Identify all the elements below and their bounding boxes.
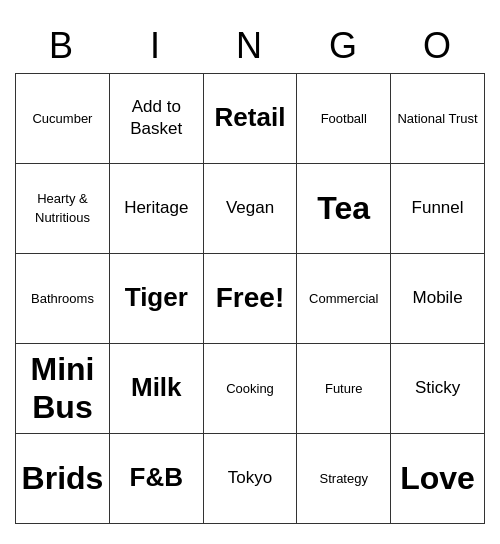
bingo-cell: Future	[297, 343, 391, 433]
bingo-header: BINGO	[15, 21, 485, 71]
cell-text: Love	[400, 460, 475, 496]
bingo-cell: Tiger	[109, 253, 203, 343]
header-letter: O	[391, 21, 485, 71]
bingo-cell: Cucumber	[16, 73, 110, 163]
cell-text: Strategy	[320, 471, 368, 486]
bingo-cell: Bathrooms	[16, 253, 110, 343]
bingo-cell: F&B	[109, 433, 203, 523]
cell-text: Sticky	[415, 378, 460, 397]
bingo-cell: Strategy	[297, 433, 391, 523]
cell-text: F&B	[130, 462, 183, 492]
bingo-cell: Milk	[109, 343, 203, 433]
bingo-cell: Tokyo	[203, 433, 297, 523]
bingo-cell: Cooking	[203, 343, 297, 433]
bingo-grid: CucumberAdd to BasketRetailFootballNatio…	[15, 73, 485, 524]
bingo-cell: National Trust	[391, 73, 485, 163]
bingo-cell: Vegan	[203, 163, 297, 253]
bingo-cell: Retail	[203, 73, 297, 163]
cell-text: National Trust	[397, 111, 477, 126]
header-letter: G	[297, 21, 391, 71]
bingo-cell: Heritage	[109, 163, 203, 253]
bingo-cell: Love	[391, 433, 485, 523]
table-row: BridsF&BTokyoStrategyLove	[16, 433, 485, 523]
cell-text: Retail	[215, 102, 286, 132]
cell-text: Commercial	[309, 291, 378, 306]
bingo-cell: Tea	[297, 163, 391, 253]
cell-text: Vegan	[226, 198, 274, 217]
cell-text: Tiger	[125, 282, 188, 312]
cell-text: Bathrooms	[31, 291, 94, 306]
header-letter: N	[203, 21, 297, 71]
bingo-cell: Mobile	[391, 253, 485, 343]
bingo-cell: Mini Bus	[16, 343, 110, 433]
table-row: Hearty & NutritiousHeritageVeganTeaFunne…	[16, 163, 485, 253]
bingo-cell: Hearty & Nutritious	[16, 163, 110, 253]
cell-text: Heritage	[124, 198, 188, 217]
cell-text: Add to Basket	[130, 97, 182, 138]
cell-text: Tea	[317, 190, 370, 226]
table-row: BathroomsTigerFree!CommercialMobile	[16, 253, 485, 343]
bingo-cell: Sticky	[391, 343, 485, 433]
bingo-cell: Add to Basket	[109, 73, 203, 163]
header-letter: I	[109, 21, 203, 71]
bingo-card: BINGO CucumberAdd to BasketRetailFootbal…	[15, 21, 485, 524]
cell-text: Cooking	[226, 381, 274, 396]
bingo-cell: Free!	[203, 253, 297, 343]
cell-text: Football	[321, 111, 367, 126]
cell-text: Future	[325, 381, 363, 396]
header-letter: B	[15, 21, 109, 71]
cell-text: Cucumber	[32, 111, 92, 126]
bingo-cell: Brids	[16, 433, 110, 523]
cell-text: Funnel	[412, 198, 464, 217]
cell-text: Hearty & Nutritious	[35, 191, 90, 225]
bingo-cell: Funnel	[391, 163, 485, 253]
cell-text: Brids	[22, 460, 104, 496]
bingo-cell: Commercial	[297, 253, 391, 343]
cell-text: Tokyo	[228, 468, 272, 487]
cell-text: Mobile	[413, 288, 463, 307]
cell-text: Milk	[131, 372, 182, 402]
table-row: Mini BusMilkCookingFutureSticky	[16, 343, 485, 433]
cell-text: Free!	[216, 282, 284, 313]
table-row: CucumberAdd to BasketRetailFootballNatio…	[16, 73, 485, 163]
bingo-cell: Football	[297, 73, 391, 163]
cell-text: Mini Bus	[30, 351, 94, 425]
